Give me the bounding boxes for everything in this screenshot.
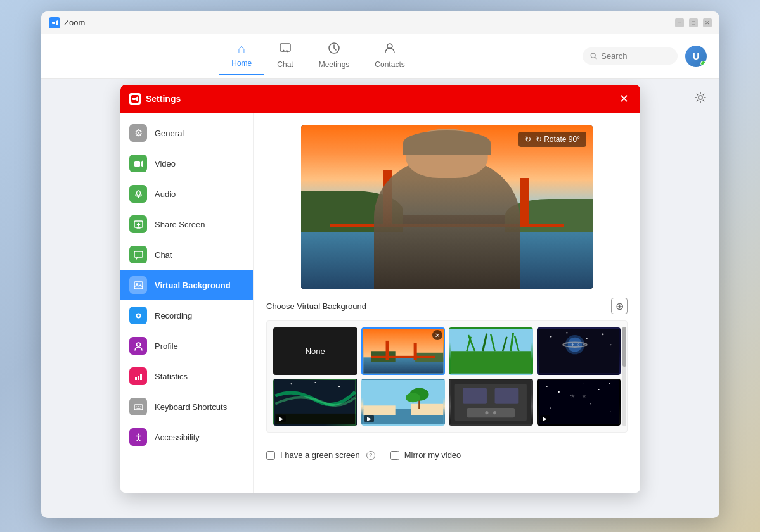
svg-rect-71 <box>495 388 519 403</box>
vbg-golden-gate[interactable]: ✕ <box>361 327 446 375</box>
sidebar-item-keyboard-shortcuts[interactable]: Keyboard Shortcuts <box>120 391 253 422</box>
sidebar-label-virtual-background: Virtual Background <box>155 281 231 290</box>
settings-title: Settings <box>146 94 616 104</box>
sidebar-label-keyboard-shortcuts: Keyboard Shortcuts <box>155 402 227 412</box>
minimize-button[interactable]: − <box>675 18 684 27</box>
add-background-button[interactable]: ⊕ <box>611 298 628 314</box>
settings-sidebar: ⚙ General Video <box>120 113 254 493</box>
rotate-button[interactable]: ↻ ↻ Rotate 90° <box>518 132 586 147</box>
svg-point-76 <box>546 386 547 387</box>
beach-video-badge: ▶ <box>364 415 374 422</box>
nav-tab-chat[interactable]: Chat <box>264 37 306 75</box>
zoom-logo <box>49 17 60 28</box>
svg-rect-16 <box>134 251 143 257</box>
svg-rect-64 <box>411 403 442 415</box>
chat-nav-icon <box>279 42 292 58</box>
virtual-background-icon <box>129 276 147 294</box>
video-preview: ↻ ↻ Rotate 90° <box>301 125 593 289</box>
space2-thumb <box>538 380 620 425</box>
home-label: Home <box>231 59 252 68</box>
accessibility-icon <box>129 428 147 446</box>
sidebar-item-audio[interactable]: Audio <box>120 179 253 209</box>
svg-rect-39 <box>451 351 531 373</box>
general-icon: ⚙ <box>129 124 147 142</box>
close-button[interactable]: ✕ <box>703 18 712 27</box>
recording-icon <box>129 307 147 324</box>
green-screen-label[interactable]: I have a green screen <box>280 450 360 460</box>
golden-gate-thumb <box>363 329 444 374</box>
sidebar-item-video[interactable]: Video <box>120 148 253 179</box>
svg-rect-11 <box>134 161 140 167</box>
nav-bar: ⌂ Home Chat <box>41 34 719 79</box>
nav-tab-meetings[interactable]: Meetings <box>306 37 363 75</box>
vbg-beach[interactable]: ▶ <box>361 379 446 426</box>
sidebar-item-share-screen[interactable]: Share Screen <box>120 209 253 239</box>
contacts-label: Contacts <box>375 60 404 69</box>
svg-point-79 <box>598 389 599 390</box>
mirror-video-checkbox[interactable] <box>390 451 399 460</box>
sidebar-item-general[interactable]: ⚙ General <box>120 118 253 148</box>
chat-label: Chat <box>277 60 293 69</box>
sidebar-item-chat[interactable]: Chat <box>120 239 253 270</box>
svg-point-48 <box>550 336 551 338</box>
svg-point-67 <box>406 393 420 402</box>
window-controls: − □ ✕ <box>675 18 712 27</box>
settings-logo <box>129 93 141 104</box>
sidebar-label-statistics: Statistics <box>155 372 188 381</box>
vbg-title: Choose Virtual Background <box>266 301 366 311</box>
svg-point-30 <box>138 433 139 435</box>
settings-header: Settings ✕ <box>120 85 640 113</box>
svg-rect-70 <box>463 388 487 403</box>
share-screen-icon <box>129 215 147 233</box>
sidebar-item-accessibility[interactable]: Accessibility <box>120 422 253 452</box>
vbg-aurora[interactable]: ▶ <box>273 379 357 426</box>
nav-tab-contacts[interactable]: Contacts <box>362 37 417 75</box>
settings-close-button[interactable]: ✕ <box>616 91 631 106</box>
svg-rect-37 <box>371 356 435 358</box>
mirror-video-label[interactable]: Mirror my video <box>404 450 461 460</box>
svg-point-83 <box>550 407 551 408</box>
gear-button[interactable] <box>690 87 711 108</box>
vbg-space[interactable] <box>537 327 621 375</box>
nav-tab-home[interactable]: ⌂ Home <box>219 37 264 75</box>
sidebar-item-statistics[interactable]: Statistics <box>120 361 253 391</box>
svg-rect-75 <box>539 380 619 425</box>
app-window: Zoom − □ ✕ ⌂ Home Chat <box>41 11 719 518</box>
avatar[interactable]: U <box>685 46 707 67</box>
sidebar-label-recording: Recording <box>155 311 192 320</box>
search-input[interactable] <box>601 51 670 61</box>
maximize-button[interactable]: □ <box>689 18 698 27</box>
svg-point-74 <box>493 411 496 414</box>
svg-point-49 <box>566 332 568 334</box>
svg-point-81 <box>570 395 571 396</box>
svg-point-73 <box>485 411 488 414</box>
green-screen-info-icon[interactable]: ? <box>366 451 375 460</box>
sidebar-label-audio: Audio <box>155 189 176 199</box>
vbg-scrollbar[interactable] <box>622 327 626 426</box>
svg-point-82 <box>590 403 591 405</box>
sidebar-item-recording[interactable]: Recording <box>120 300 253 331</box>
svg-point-58 <box>314 382 316 383</box>
vbg-space2[interactable]: ▶ <box>537 379 621 426</box>
svg-rect-3 <box>280 44 290 51</box>
svg-rect-24 <box>140 374 142 380</box>
vbg-chooser-header: Choose Virtual Background ⊕ <box>266 298 628 314</box>
garage-thumb <box>450 380 532 425</box>
vbg-grass[interactable] <box>449 327 533 375</box>
vbg-chooser: Choose Virtual Background ⊕ None <box>254 289 640 433</box>
statistics-icon <box>129 367 147 385</box>
sidebar-item-profile[interactable]: Profile <box>120 331 253 361</box>
svg-rect-9 <box>132 98 136 100</box>
nav-tabs: ⌂ Home Chat <box>54 37 583 75</box>
sidebar-label-share-screen: Share Screen <box>155 220 205 229</box>
vbg-grid: None <box>266 320 628 433</box>
bridge-scene <box>301 125 593 289</box>
green-screen-checkbox[interactable] <box>266 451 275 460</box>
delete-golden-gate-button[interactable]: ✕ <box>432 330 442 340</box>
person-hair <box>403 130 491 155</box>
vbg-none[interactable]: None <box>273 327 357 375</box>
sidebar-item-virtual-background[interactable]: Virtual Background <box>120 270 253 300</box>
search-box[interactable] <box>583 48 678 65</box>
vbg-garage[interactable] <box>449 379 533 426</box>
sidebar-label-general: General <box>155 129 184 138</box>
